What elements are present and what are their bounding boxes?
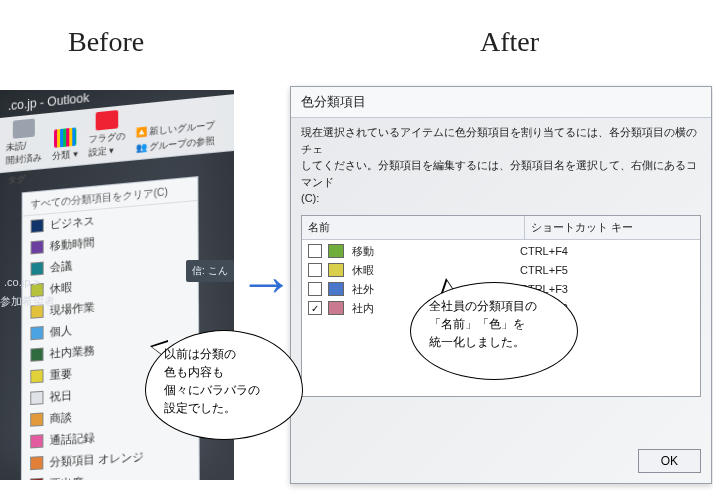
ribbon-extra: 🔼 新しいグループ 👥 グループの参照	[135, 118, 215, 155]
color-swatch	[30, 369, 43, 383]
dialog-buttons: OK	[638, 449, 701, 473]
before-heading: Before	[68, 26, 144, 58]
annotation-bubble-before: 以前は分類の 色も内容も 個々にバラバラの 設定でした。	[145, 330, 303, 440]
col-name: 名前	[302, 216, 525, 239]
annotation-bubble-after: 全社員の分類項目の 「名前」「色」を 統一化しました。	[410, 282, 578, 380]
color-swatch	[31, 240, 44, 254]
row-name: 休暇	[352, 263, 520, 278]
color-swatch	[328, 282, 344, 296]
menu-item-label: 商談	[50, 410, 73, 427]
table-row[interactable]: 休暇 CTRL+F5	[302, 261, 700, 280]
menu-item-label: 現場作業	[50, 299, 95, 318]
folder-label: 参加希望者	[0, 294, 55, 309]
menu-item-label: 分類項目 オレンジ	[49, 449, 143, 470]
categories-icon	[54, 127, 76, 147]
color-swatch	[30, 391, 43, 405]
menu-item-label: 社内業務	[50, 343, 95, 362]
arrow-icon: →	[238, 250, 294, 315]
menu-item-label: 個人	[50, 323, 72, 340]
row-shortcut: CTRL+F4	[520, 245, 694, 257]
unread-label: 未読/ 開封済み	[6, 138, 42, 168]
color-swatch	[328, 244, 344, 258]
categorize-dropdown[interactable]: 分類 ▾	[52, 127, 78, 163]
menu-item-label: ビジネス	[50, 213, 95, 232]
flag-icon	[95, 110, 118, 131]
color-swatch	[30, 348, 43, 362]
color-swatch	[30, 326, 43, 340]
color-swatch	[30, 478, 43, 480]
unread-button[interactable]: 未読/ 開封済み	[6, 118, 42, 168]
row-name: 移動	[352, 244, 520, 259]
table-row[interactable]: 移動 CTRL+F4	[302, 242, 700, 261]
ok-button[interactable]: OK	[638, 449, 701, 473]
flag-dropdown[interactable]: フラグの 設定 ▾	[88, 109, 125, 159]
checkbox[interactable]	[308, 282, 322, 296]
menu-item-label: 通話記録	[50, 430, 95, 448]
menu-item-label: 会議	[50, 258, 72, 275]
menu-items: ビジネス 移動時間 会議 休暇 現場作業 個人 社内業務 重要 祝日 商談 通話…	[22, 201, 199, 480]
categorize-label: 分類 ▾	[52, 148, 78, 164]
categories-menu: すべての分類項目をクリア(C) ビジネス 移動時間 会議 休暇 現場作業 個人 …	[21, 176, 200, 480]
envelope-icon	[13, 118, 35, 138]
dialog-title: 色分類項目	[291, 87, 711, 118]
checkbox[interactable]: ✓	[308, 301, 322, 315]
dialog-description: 現在選択されているアイテムに色分類項目を割り当てるには、各分類項目の横のチェ し…	[301, 124, 701, 207]
message-preview: 信: こん	[186, 260, 234, 282]
menu-item-label: 重要	[50, 366, 73, 383]
row-shortcut: CTRL+F5	[520, 264, 694, 276]
color-swatch	[31, 219, 44, 233]
color-swatch	[328, 263, 344, 277]
color-swatch	[328, 301, 344, 315]
color-swatch	[30, 434, 43, 448]
menu-item-label: 祝日	[50, 388, 73, 405]
checkbox[interactable]	[308, 263, 322, 277]
folder-label: .co.jp >	[4, 276, 40, 288]
col-shortcut: ショートカット キー	[525, 216, 700, 239]
color-swatch	[31, 262, 44, 276]
flag-label: フラグの 設定 ▾	[88, 130, 125, 160]
color-swatch	[30, 412, 43, 426]
checkbox[interactable]	[308, 244, 322, 258]
menu-item-label: 要出席	[49, 474, 83, 480]
after-heading: After	[480, 26, 539, 58]
color-swatch	[30, 456, 43, 470]
menu-item-label: 移動時間	[50, 235, 95, 254]
table-header: 名前 ショートカット キー	[302, 216, 700, 240]
